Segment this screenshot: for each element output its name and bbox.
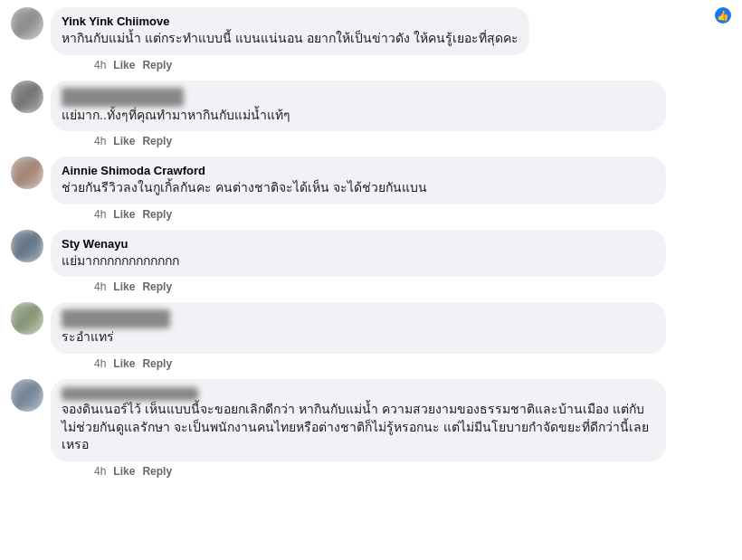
like-reaction-icon: 👍	[715, 7, 731, 24]
comment-item: Sty Wenayu แย่มากกกกกกกกกกกก 4h Like Rep…	[11, 230, 731, 294]
comment-text: แย่มาก..ทั้งๆที่คุณทำมาหากินกับแม่น้ำแท้…	[62, 108, 290, 122]
comment-time: 4h	[94, 465, 106, 478]
reply-button[interactable]: Reply	[142, 208, 172, 221]
like-button[interactable]: Like	[113, 208, 135, 221]
avatar	[11, 7, 43, 40]
reply-button[interactable]: Reply	[142, 135, 172, 147]
like-button[interactable]: Like	[113, 465, 135, 478]
comment-username: Yink Yink Chiimove	[62, 14, 518, 28]
avatar	[11, 157, 43, 189]
reply-button[interactable]: Reply	[142, 357, 172, 370]
comment-time: 4h	[94, 59, 106, 71]
comment-bubble: Yink Yink Chiimove หากินกับแม่น้ำ แต่กระ…	[51, 7, 529, 55]
comment-bubble: แบน Nonthathipบทเบน แย่มาก..ทั้งๆที่คุณท…	[51, 81, 666, 132]
comment-username: Ainnie Shimoda Crawford	[62, 164, 655, 177]
comment-actions: 4h Like Reply	[94, 208, 731, 221]
comment-item: Yink Yink Chiimove หากินกับแม่น้ำ แต่กระ…	[11, 7, 731, 71]
reply-button[interactable]: Reply	[142, 465, 172, 478]
like-button[interactable]: Like	[113, 59, 135, 71]
comment-time: 4h	[94, 357, 106, 370]
comment-text: ช่วยกันรีวิวลงในกูเกิ้ลกันคะ คนต่างชาติจ…	[62, 180, 427, 195]
comment-actions: 4h Like Reply	[94, 280, 731, 293]
comment-actions: 4h Like Reply	[94, 135, 731, 147]
comment-username-blurred: แบน Nonthathipบทเบน	[62, 88, 184, 107]
comment-item: แบน Nonthathipบทเบน แย่มาก..ทั้งๆที่คุณท…	[11, 81, 731, 148]
comment-bubble: Ainnie Shimoda Crawford ช่วยกันรีวิวลงใน…	[51, 157, 666, 204]
comment-item: Thaimonwan15 Jongkiat จองดินเนอร์ไว้ เห็…	[11, 379, 731, 478]
like-button[interactable]: Like	[113, 357, 135, 370]
comment-text: แย่มากกกกกกกกกกกก	[62, 253, 179, 268]
avatar	[11, 302, 43, 335]
comment-bubble: Sty Wenayu แย่มากกกกกกกกกกกก	[51, 230, 666, 278]
comment-username-blurred: ผู้ใช้นามแฝง Blurred	[62, 309, 170, 328]
comment-username-blurred: Thaimonwan15 Jongkiat	[62, 387, 198, 401]
reply-button[interactable]: Reply	[142, 280, 172, 293]
comments-container: Yink Yink Chiimove หากินกับแม่น้ำ แต่กระ…	[0, 0, 742, 494]
comment-time: 4h	[94, 135, 106, 147]
comment-item: ผู้ใช้นามแฝง Blurred ระอำแทร่ 4h Like Re…	[11, 302, 731, 370]
like-button[interactable]: Like	[113, 135, 135, 147]
comment-username: Sty Wenayu	[62, 237, 655, 251]
like-button[interactable]: Like	[113, 280, 135, 293]
comment-actions: 4h Like Reply	[94, 465, 731, 478]
comment-text: ระอำแทร่	[62, 329, 114, 344]
comment-time: 4h	[94, 208, 106, 221]
avatar	[11, 379, 43, 412]
avatar	[11, 230, 43, 262]
comment-bubble: Thaimonwan15 Jongkiat จองดินเนอร์ไว้ เห็…	[51, 379, 666, 461]
comment-actions: 4h Like Reply	[94, 59, 731, 71]
comment-bubble: ผู้ใช้นามแฝง Blurred ระอำแทร่	[51, 302, 666, 354]
reply-button[interactable]: Reply	[142, 59, 172, 71]
avatar	[11, 81, 43, 113]
comment-text: จองดินเนอร์ไว้ เห็นแบบนี้จะขอยกเลิกดีกว่…	[62, 402, 649, 451]
comment-text: หากินกับแม่น้ำ แต่กระทำแบบนี้ แบนแน่นอน …	[62, 31, 518, 45]
comment-time: 4h	[94, 280, 106, 293]
comment-actions: 4h Like Reply	[94, 357, 731, 370]
comment-item: Ainnie Shimoda Crawford ช่วยกันรีวิวลงใน…	[11, 157, 731, 221]
